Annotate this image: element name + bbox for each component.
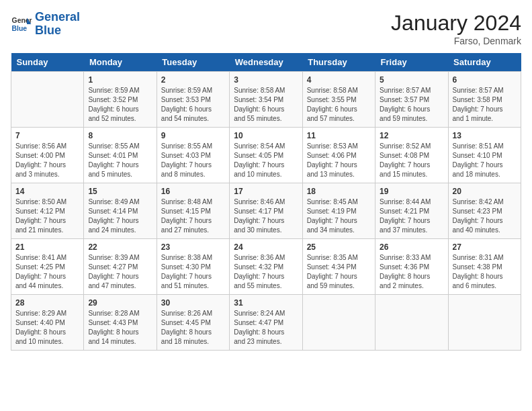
day-info: Sunrise: 8:48 AMSunset: 4:15 PMDaylight:… [161, 197, 225, 235]
day-number: 14 [15, 187, 79, 196]
calendar-cell: 31Sunrise: 8:24 AMSunset: 4:47 PMDayligh… [230, 295, 302, 351]
day-number: 21 [15, 242, 79, 252]
calendar-cell [448, 295, 521, 351]
weekday-header-friday: Friday [375, 53, 448, 72]
day-info: Sunrise: 8:29 AMSunset: 4:40 PMDaylight:… [15, 309, 79, 347]
calendar-cell: 2Sunrise: 8:59 AMSunset: 3:53 PMDaylight… [157, 72, 229, 128]
day-number: 19 [380, 187, 443, 196]
day-number: 29 [88, 298, 152, 308]
day-number: 16 [161, 187, 225, 196]
logo-text-blue: Blue [35, 24, 80, 38]
calendar-cell: 7Sunrise: 8:56 AMSunset: 4:00 PMDaylight… [11, 128, 84, 183]
calendar-cell: 13Sunrise: 8:51 AMSunset: 4:10 PMDayligh… [448, 128, 521, 183]
day-info: Sunrise: 8:31 AMSunset: 4:38 PMDaylight:… [453, 253, 517, 291]
calendar-cell [302, 295, 375, 351]
day-number: 26 [380, 242, 443, 252]
day-number: 15 [88, 187, 152, 196]
logo-text: General [35, 11, 80, 24]
day-number: 20 [453, 187, 517, 196]
day-info: Sunrise: 8:49 AMSunset: 4:14 PMDaylight:… [88, 197, 152, 235]
day-info: Sunrise: 8:54 AMSunset: 4:05 PMDaylight:… [234, 142, 298, 179]
location-subtitle: Farso, Denmark [391, 36, 521, 46]
day-info: Sunrise: 8:55 AMSunset: 4:03 PMDaylight:… [161, 142, 225, 179]
calendar-cell: 24Sunrise: 8:36 AMSunset: 4:32 PMDayligh… [230, 239, 302, 295]
calendar-cell: 28Sunrise: 8:29 AMSunset: 4:40 PMDayligh… [11, 295, 84, 351]
weekday-header-thursday: Thursday [302, 53, 375, 72]
calendar-cell: 11Sunrise: 8:53 AMSunset: 4:06 PMDayligh… [302, 128, 375, 183]
calendar-cell: 20Sunrise: 8:42 AMSunset: 4:23 PMDayligh… [448, 183, 521, 239]
calendar-cell: 27Sunrise: 8:31 AMSunset: 4:38 PMDayligh… [448, 239, 521, 295]
day-number: 2 [161, 75, 225, 85]
weekday-header-wednesday: Wednesday [230, 53, 302, 72]
calendar-cell [375, 295, 448, 351]
day-number: 6 [453, 75, 517, 85]
page-header: General Blue General Blue January 2024 F… [11, 11, 521, 46]
day-info: Sunrise: 8:55 AMSunset: 4:01 PMDaylight:… [88, 142, 152, 179]
calendar-cell: 26Sunrise: 8:33 AMSunset: 4:36 PMDayligh… [375, 239, 448, 295]
day-info: Sunrise: 8:36 AMSunset: 4:32 PMDaylight:… [234, 253, 298, 291]
weekday-header-row: SundayMondayTuesdayWednesdayThursdayFrid… [11, 53, 521, 72]
day-number: 25 [307, 242, 371, 252]
weekday-header-sunday: Sunday [11, 53, 84, 72]
day-info: Sunrise: 8:58 AMSunset: 3:55 PMDaylight:… [307, 86, 371, 124]
day-info: Sunrise: 8:44 AMSunset: 4:21 PMDaylight:… [380, 197, 443, 235]
calendar-cell: 19Sunrise: 8:44 AMSunset: 4:21 PMDayligh… [375, 183, 448, 239]
svg-text:Blue: Blue [12, 24, 28, 32]
calendar-cell: 15Sunrise: 8:49 AMSunset: 4:14 PMDayligh… [84, 183, 157, 239]
day-info: Sunrise: 8:24 AMSunset: 4:47 PMDaylight:… [234, 309, 298, 347]
day-number: 27 [453, 242, 517, 252]
day-number: 8 [88, 131, 152, 140]
calendar-cell: 22Sunrise: 8:39 AMSunset: 4:27 PMDayligh… [84, 239, 157, 295]
day-number: 9 [161, 131, 225, 140]
day-number: 13 [453, 131, 517, 140]
title-block: January 2024 Farso, Denmark [391, 11, 521, 46]
day-info: Sunrise: 8:42 AMSunset: 4:23 PMDaylight:… [453, 197, 517, 235]
day-number: 23 [161, 242, 225, 252]
day-info: Sunrise: 8:26 AMSunset: 4:45 PMDaylight:… [161, 309, 225, 347]
day-number: 4 [307, 75, 371, 85]
week-row-5: 28Sunrise: 8:29 AMSunset: 4:40 PMDayligh… [11, 295, 521, 351]
day-number: 18 [307, 187, 371, 196]
day-info: Sunrise: 8:38 AMSunset: 4:30 PMDaylight:… [161, 253, 225, 291]
calendar-cell: 3Sunrise: 8:58 AMSunset: 3:54 PMDaylight… [230, 72, 302, 128]
day-number: 31 [234, 298, 298, 308]
month-title: January 2024 [391, 11, 521, 36]
day-number: 1 [88, 75, 152, 85]
calendar-cell: 25Sunrise: 8:35 AMSunset: 4:34 PMDayligh… [302, 239, 375, 295]
day-number: 10 [234, 131, 298, 140]
calendar-cell: 17Sunrise: 8:46 AMSunset: 4:17 PMDayligh… [230, 183, 302, 239]
day-info: Sunrise: 8:28 AMSunset: 4:43 PMDaylight:… [88, 309, 152, 347]
day-info: Sunrise: 8:57 AMSunset: 3:58 PMDaylight:… [453, 86, 517, 124]
calendar-cell: 4Sunrise: 8:58 AMSunset: 3:55 PMDaylight… [302, 72, 375, 128]
day-info: Sunrise: 8:45 AMSunset: 4:19 PMDaylight:… [307, 197, 371, 235]
calendar-cell: 14Sunrise: 8:50 AMSunset: 4:12 PMDayligh… [11, 183, 84, 239]
day-info: Sunrise: 8:53 AMSunset: 4:06 PMDaylight:… [307, 142, 371, 179]
calendar-cell: 1Sunrise: 8:59 AMSunset: 3:52 PMDaylight… [84, 72, 157, 128]
day-info: Sunrise: 8:46 AMSunset: 4:17 PMDaylight:… [234, 197, 298, 235]
day-number: 24 [234, 242, 298, 252]
logo-icon: General Blue [11, 13, 32, 35]
day-info: Sunrise: 8:58 AMSunset: 3:54 PMDaylight:… [234, 86, 298, 124]
weekday-header-tuesday: Tuesday [157, 53, 229, 72]
day-info: Sunrise: 8:59 AMSunset: 3:52 PMDaylight:… [88, 86, 152, 124]
day-info: Sunrise: 8:39 AMSunset: 4:27 PMDaylight:… [88, 253, 152, 291]
day-info: Sunrise: 8:33 AMSunset: 4:36 PMDaylight:… [380, 253, 443, 291]
week-row-4: 21Sunrise: 8:41 AMSunset: 4:25 PMDayligh… [11, 239, 521, 295]
day-info: Sunrise: 8:51 AMSunset: 4:10 PMDaylight:… [453, 142, 517, 179]
calendar-cell: 16Sunrise: 8:48 AMSunset: 4:15 PMDayligh… [157, 183, 229, 239]
day-info: Sunrise: 8:59 AMSunset: 3:53 PMDaylight:… [161, 86, 225, 124]
day-info: Sunrise: 8:52 AMSunset: 4:08 PMDaylight:… [380, 142, 443, 179]
calendar-cell: 18Sunrise: 8:45 AMSunset: 4:19 PMDayligh… [302, 183, 375, 239]
day-number: 3 [234, 75, 298, 85]
day-number: 5 [380, 75, 443, 85]
day-number: 7 [15, 131, 79, 140]
weekday-header-monday: Monday [84, 53, 157, 72]
day-number: 22 [88, 242, 152, 252]
calendar-cell [11, 72, 84, 128]
calendar-cell: 8Sunrise: 8:55 AMSunset: 4:01 PMDaylight… [84, 128, 157, 183]
calendar-cell: 10Sunrise: 8:54 AMSunset: 4:05 PMDayligh… [230, 128, 302, 183]
calendar-cell: 5Sunrise: 8:57 AMSunset: 3:57 PMDaylight… [375, 72, 448, 128]
calendar-cell: 6Sunrise: 8:57 AMSunset: 3:58 PMDaylight… [448, 72, 521, 128]
day-info: Sunrise: 8:35 AMSunset: 4:34 PMDaylight:… [307, 253, 371, 291]
week-row-3: 14Sunrise: 8:50 AMSunset: 4:12 PMDayligh… [11, 183, 521, 239]
